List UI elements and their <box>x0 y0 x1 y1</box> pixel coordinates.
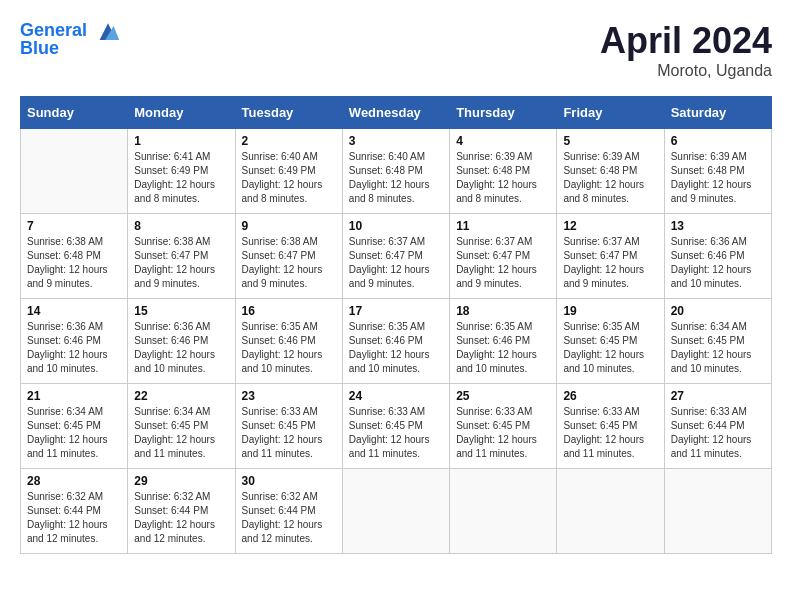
day-number: 17 <box>349 304 443 318</box>
calendar-cell: 2Sunrise: 6:40 AMSunset: 6:49 PMDaylight… <box>235 129 342 214</box>
day-number: 29 <box>134 474 228 488</box>
week-row-3: 14Sunrise: 6:36 AMSunset: 6:46 PMDayligh… <box>21 299 772 384</box>
day-number: 7 <box>27 219 121 233</box>
day-info: Sunrise: 6:37 AMSunset: 6:47 PMDaylight:… <box>349 235 443 291</box>
day-number: 8 <box>134 219 228 233</box>
day-number: 18 <box>456 304 550 318</box>
title-area: April 2024 Moroto, Uganda <box>600 20 772 80</box>
day-number: 10 <box>349 219 443 233</box>
day-info: Sunrise: 6:35 AMSunset: 6:46 PMDaylight:… <box>349 320 443 376</box>
calendar-cell: 19Sunrise: 6:35 AMSunset: 6:45 PMDayligh… <box>557 299 664 384</box>
day-number: 1 <box>134 134 228 148</box>
day-number: 19 <box>563 304 657 318</box>
calendar-header-row: SundayMondayTuesdayWednesdayThursdayFrid… <box>21 97 772 129</box>
col-header-monday: Monday <box>128 97 235 129</box>
day-info: Sunrise: 6:33 AMSunset: 6:45 PMDaylight:… <box>563 405 657 461</box>
day-number: 16 <box>242 304 336 318</box>
calendar-cell: 21Sunrise: 6:34 AMSunset: 6:45 PMDayligh… <box>21 384 128 469</box>
day-number: 6 <box>671 134 765 148</box>
col-header-wednesday: Wednesday <box>342 97 449 129</box>
day-number: 20 <box>671 304 765 318</box>
location: Moroto, Uganda <box>600 62 772 80</box>
calendar-cell: 1Sunrise: 6:41 AMSunset: 6:49 PMDaylight… <box>128 129 235 214</box>
day-number: 22 <box>134 389 228 403</box>
day-number: 15 <box>134 304 228 318</box>
day-number: 4 <box>456 134 550 148</box>
calendar-cell: 20Sunrise: 6:34 AMSunset: 6:45 PMDayligh… <box>664 299 771 384</box>
week-row-4: 21Sunrise: 6:34 AMSunset: 6:45 PMDayligh… <box>21 384 772 469</box>
calendar-cell: 27Sunrise: 6:33 AMSunset: 6:44 PMDayligh… <box>664 384 771 469</box>
day-number: 14 <box>27 304 121 318</box>
calendar-cell <box>342 469 449 554</box>
day-info: Sunrise: 6:39 AMSunset: 6:48 PMDaylight:… <box>563 150 657 206</box>
calendar-cell: 5Sunrise: 6:39 AMSunset: 6:48 PMDaylight… <box>557 129 664 214</box>
calendar-cell: 14Sunrise: 6:36 AMSunset: 6:46 PMDayligh… <box>21 299 128 384</box>
day-info: Sunrise: 6:38 AMSunset: 6:47 PMDaylight:… <box>134 235 228 291</box>
calendar-cell: 29Sunrise: 6:32 AMSunset: 6:44 PMDayligh… <box>128 469 235 554</box>
day-number: 24 <box>349 389 443 403</box>
day-info: Sunrise: 6:35 AMSunset: 6:46 PMDaylight:… <box>242 320 336 376</box>
day-info: Sunrise: 6:36 AMSunset: 6:46 PMDaylight:… <box>671 235 765 291</box>
col-header-thursday: Thursday <box>450 97 557 129</box>
calendar-cell: 15Sunrise: 6:36 AMSunset: 6:46 PMDayligh… <box>128 299 235 384</box>
calendar-cell: 17Sunrise: 6:35 AMSunset: 6:46 PMDayligh… <box>342 299 449 384</box>
day-info: Sunrise: 6:33 AMSunset: 6:45 PMDaylight:… <box>242 405 336 461</box>
day-number: 25 <box>456 389 550 403</box>
week-row-2: 7Sunrise: 6:38 AMSunset: 6:48 PMDaylight… <box>21 214 772 299</box>
day-info: Sunrise: 6:35 AMSunset: 6:45 PMDaylight:… <box>563 320 657 376</box>
day-info: Sunrise: 6:37 AMSunset: 6:47 PMDaylight:… <box>563 235 657 291</box>
day-info: Sunrise: 6:36 AMSunset: 6:46 PMDaylight:… <box>134 320 228 376</box>
day-number: 9 <box>242 219 336 233</box>
calendar-cell: 9Sunrise: 6:38 AMSunset: 6:47 PMDaylight… <box>235 214 342 299</box>
day-info: Sunrise: 6:41 AMSunset: 6:49 PMDaylight:… <box>134 150 228 206</box>
day-info: Sunrise: 6:36 AMSunset: 6:46 PMDaylight:… <box>27 320 121 376</box>
logo: General Blue <box>20 20 122 60</box>
day-info: Sunrise: 6:32 AMSunset: 6:44 PMDaylight:… <box>242 490 336 546</box>
calendar-cell: 23Sunrise: 6:33 AMSunset: 6:45 PMDayligh… <box>235 384 342 469</box>
day-number: 26 <box>563 389 657 403</box>
day-number: 3 <box>349 134 443 148</box>
calendar-cell <box>21 129 128 214</box>
calendar-cell: 24Sunrise: 6:33 AMSunset: 6:45 PMDayligh… <box>342 384 449 469</box>
day-info: Sunrise: 6:39 AMSunset: 6:48 PMDaylight:… <box>456 150 550 206</box>
month-title: April 2024 <box>600 20 772 62</box>
day-number: 23 <box>242 389 336 403</box>
calendar-cell <box>557 469 664 554</box>
calendar-cell: 13Sunrise: 6:36 AMSunset: 6:46 PMDayligh… <box>664 214 771 299</box>
calendar-cell <box>664 469 771 554</box>
calendar-cell: 4Sunrise: 6:39 AMSunset: 6:48 PMDaylight… <box>450 129 557 214</box>
week-row-1: 1Sunrise: 6:41 AMSunset: 6:49 PMDaylight… <box>21 129 772 214</box>
day-info: Sunrise: 6:33 AMSunset: 6:45 PMDaylight:… <box>456 405 550 461</box>
day-info: Sunrise: 6:32 AMSunset: 6:44 PMDaylight:… <box>134 490 228 546</box>
day-info: Sunrise: 6:33 AMSunset: 6:45 PMDaylight:… <box>349 405 443 461</box>
calendar-cell: 22Sunrise: 6:34 AMSunset: 6:45 PMDayligh… <box>128 384 235 469</box>
day-info: Sunrise: 6:35 AMSunset: 6:46 PMDaylight:… <box>456 320 550 376</box>
day-number: 27 <box>671 389 765 403</box>
day-number: 11 <box>456 219 550 233</box>
day-info: Sunrise: 6:34 AMSunset: 6:45 PMDaylight:… <box>134 405 228 461</box>
calendar-table: SundayMondayTuesdayWednesdayThursdayFrid… <box>20 96 772 554</box>
day-number: 13 <box>671 219 765 233</box>
day-number: 28 <box>27 474 121 488</box>
day-number: 5 <box>563 134 657 148</box>
calendar-cell: 30Sunrise: 6:32 AMSunset: 6:44 PMDayligh… <box>235 469 342 554</box>
col-header-sunday: Sunday <box>21 97 128 129</box>
day-number: 2 <box>242 134 336 148</box>
calendar-cell: 28Sunrise: 6:32 AMSunset: 6:44 PMDayligh… <box>21 469 128 554</box>
calendar-cell: 11Sunrise: 6:37 AMSunset: 6:47 PMDayligh… <box>450 214 557 299</box>
day-info: Sunrise: 6:32 AMSunset: 6:44 PMDaylight:… <box>27 490 121 546</box>
col-header-tuesday: Tuesday <box>235 97 342 129</box>
calendar-cell: 16Sunrise: 6:35 AMSunset: 6:46 PMDayligh… <box>235 299 342 384</box>
col-header-saturday: Saturday <box>664 97 771 129</box>
calendar-cell: 12Sunrise: 6:37 AMSunset: 6:47 PMDayligh… <box>557 214 664 299</box>
day-info: Sunrise: 6:39 AMSunset: 6:48 PMDaylight:… <box>671 150 765 206</box>
day-number: 12 <box>563 219 657 233</box>
calendar-cell: 26Sunrise: 6:33 AMSunset: 6:45 PMDayligh… <box>557 384 664 469</box>
day-info: Sunrise: 6:37 AMSunset: 6:47 PMDaylight:… <box>456 235 550 291</box>
col-header-friday: Friday <box>557 97 664 129</box>
day-info: Sunrise: 6:38 AMSunset: 6:48 PMDaylight:… <box>27 235 121 291</box>
calendar-cell: 7Sunrise: 6:38 AMSunset: 6:48 PMDaylight… <box>21 214 128 299</box>
week-row-5: 28Sunrise: 6:32 AMSunset: 6:44 PMDayligh… <box>21 469 772 554</box>
day-info: Sunrise: 6:33 AMSunset: 6:44 PMDaylight:… <box>671 405 765 461</box>
day-info: Sunrise: 6:34 AMSunset: 6:45 PMDaylight:… <box>27 405 121 461</box>
